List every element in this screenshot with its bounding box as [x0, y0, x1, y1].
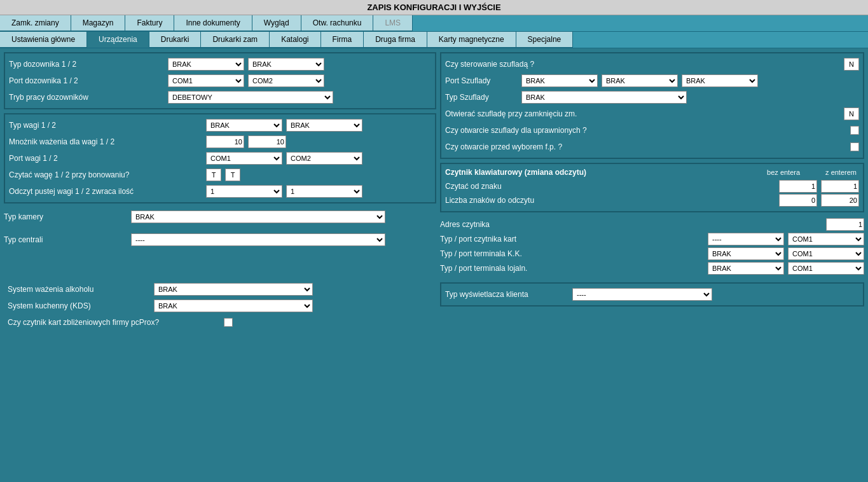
port-szuflady-1-select[interactable]: BRAK	[521, 74, 598, 87]
port-wagi-2-select[interactable]: COM2	[286, 152, 362, 165]
wyswietlacz-select[interactable]: ----	[572, 288, 712, 301]
mnoznik-wagi-row: Mnożnik ważenia dla wagi 1 / 2	[9, 135, 431, 149]
czytnik-kart-row: Czy czytnik kart zbliżeniowych firmy pcP…	[8, 315, 432, 329]
terminal-kk-label: Typ / port terminala K.K.	[440, 249, 708, 258]
tab-drukarki[interactable]: Drukarki	[149, 32, 202, 48]
czytac-od-znaku-2-input[interactable]	[821, 180, 859, 193]
czytac-od-znaku-label: Czytać od znaku	[445, 182, 502, 191]
czytnik-kart-port-row: Typ / port czytnika kart ---- COM1	[440, 233, 864, 245]
typ-szuflady-select[interactable]: BRAK	[521, 91, 687, 104]
czytac-wage-row: Czytać wagę 1 / 2 przy bonowaniu? T T	[9, 168, 431, 182]
bez-entera-label: bez entera	[767, 169, 800, 176]
typ-wagi-2-select[interactable]: BRAK	[286, 119, 362, 132]
czytac-wage-1-value: T	[206, 169, 221, 181]
tab-urzadzenia[interactable]: Urządzenia	[87, 32, 149, 48]
typ-kamery-row: Typ kamery BRAK	[4, 210, 436, 224]
otwarcie-wyboru-label: Czy otwarcie przed wyborem f.p. ?	[445, 142, 850, 151]
tab-druga-firma[interactable]: Druga firma	[364, 32, 427, 48]
czytnik-kart-typ-select[interactable]: ----	[708, 233, 784, 245]
tab-specjalne[interactable]: Specjalne	[516, 32, 574, 48]
left-panel: Typ dozownika 1 / 2 BRAK BRAK Port dozow…	[4, 52, 436, 333]
typ-wagi-label: Typ wagi 1 / 2	[9, 121, 206, 130]
terminal-kk-port-select[interactable]: COM1	[788, 247, 864, 260]
adres-czytnika-input[interactable]	[826, 218, 864, 231]
odczyt-wagi-2-select[interactable]: 1	[286, 185, 362, 198]
port-dozownika-1-select[interactable]: COM1	[168, 74, 244, 87]
otwierac-szuflada-row: Otwierać szufladę przy zamknięciu zm. N	[445, 107, 859, 121]
czytnik-kart-label: Czy czytnik kart zbliżeniowych firmy pcP…	[8, 318, 224, 327]
system-kuchenny-row: System kuchenny (KDS) BRAK	[8, 299, 432, 313]
sterowanie-szuflada-label: Czy sterowanie szufladą ?	[445, 60, 844, 69]
tab-zamk-zmiany[interactable]: Zamk. zmiany	[0, 15, 71, 31]
typ-szuflady-row: Typ Szuflady BRAK	[445, 90, 859, 104]
tab-otw-rachunku[interactable]: Otw. rachunku	[301, 15, 374, 31]
mnoznik-wagi-2-input[interactable]	[248, 135, 286, 148]
wyswietlacz-label: Typ wyświetlacza klienta	[445, 290, 572, 299]
port-wagi-row: Port wagi 1 / 2 COM1 COM2	[9, 151, 431, 165]
tryb-dozownikow-label: Tryb pracy dozowników	[9, 93, 168, 102]
mnoznik-wagi-1-input[interactable]	[206, 135, 244, 148]
tryb-dozownikow-select[interactable]: DEBETOWY	[168, 91, 333, 104]
bottom-section: System ważenia alkoholu BRAK System kuch…	[4, 279, 436, 333]
tab-row-2: Ustawienia główne Urządzenia Drukarki Dr…	[0, 32, 868, 48]
tab-karty-magnetyczne[interactable]: Karty magnetyczne	[427, 32, 516, 48]
tab-ustawienia-glowne[interactable]: Ustawienia główne	[0, 32, 87, 48]
czytnik-kart-checkbox[interactable]	[224, 318, 233, 327]
typ-kamery-label: Typ kamery	[4, 212, 131, 221]
tab-wyglad[interactable]: Wygląd	[252, 15, 301, 31]
czytnik-kart-port-select[interactable]: COM1	[788, 233, 864, 245]
liczba-znakow-1-input[interactable]	[779, 194, 817, 207]
terminal-lojaln-typ-select[interactable]: BRAK	[708, 262, 784, 275]
typ-dozownika-label: Typ dozownika 1 / 2	[9, 60, 168, 69]
tab-lms[interactable]: LMS	[373, 15, 413, 31]
terminal-lojaln-port-select[interactable]: COM1	[788, 262, 864, 275]
port-wagi-label: Port wagi 1 / 2	[9, 154, 206, 163]
port-wagi-1-select[interactable]: COM1	[206, 152, 282, 165]
otwierac-szuflada-value: N	[844, 107, 859, 120]
otwierac-szuflada-label: Otwierać szufladę przy zamknięciu zm.	[445, 109, 844, 118]
tab-magazyn[interactable]: Magazyn	[71, 15, 126, 31]
odczyt-wagi-1-select[interactable]: 1	[206, 185, 282, 198]
port-dozownika-2-select[interactable]: COM2	[248, 74, 324, 87]
typ-dozownika-2-select[interactable]: BRAK	[248, 58, 324, 71]
typ-szuflady-label: Typ Szuflady	[445, 93, 521, 102]
tab-inne-dokumenty[interactable]: Inne dokumenty	[174, 15, 252, 31]
main-content: Typ dozownika 1 / 2 BRAK BRAK Port dozow…	[0, 48, 868, 337]
czytnik-klawiaturowy-title: Czytnik klawiaturowy (zmiana odczytu)	[445, 168, 586, 177]
czytac-od-znaku-1-input[interactable]	[779, 180, 817, 193]
typ-wagi-1-select[interactable]: BRAK	[206, 119, 282, 132]
tab-faktury[interactable]: Faktury	[125, 15, 174, 31]
sterowanie-szuflada-value: N	[844, 58, 859, 71]
tab-drukarki-zam[interactable]: Drukarki zam	[201, 32, 270, 48]
title-text: ZAPIS KONFIGURACJI I WYJŚCIE	[367, 3, 500, 12]
otwarcie-wyboru-row: Czy otwarcie przed wyborem f.p. ?	[445, 140, 859, 154]
czytnik-cols-header: bez entera z enterem	[767, 169, 857, 176]
port-dozownika-row: Port dozownika 1 / 2 COM1 COM2	[9, 74, 431, 88]
wagi-section: Typ wagi 1 / 2 BRAK BRAK Mnożnik ważenia…	[4, 113, 436, 203]
czytac-od-znaku-row: Czytać od znaku	[445, 179, 859, 193]
typ-wagi-row: Typ wagi 1 / 2 BRAK BRAK	[9, 118, 431, 132]
system-kuchenny-select[interactable]: BRAK	[154, 300, 313, 312]
typ-dozownika-1-select[interactable]: BRAK	[168, 58, 244, 71]
sterowanie-szuflada-row: Czy sterowanie szufladą ? N	[445, 57, 859, 71]
wyswietlacz-row: Typ wyświetlacza klienta ----	[445, 287, 859, 301]
liczba-znakow-2-input[interactable]	[821, 194, 859, 207]
otwarcie-wyboru-checkbox[interactable]	[850, 142, 859, 151]
port-szuflady-2-select[interactable]: BRAK	[602, 74, 678, 87]
system-wazenia-select[interactable]: BRAK	[154, 283, 313, 296]
tab-firma[interactable]: Firma	[321, 32, 364, 48]
wyswietlacz-section: Typ wyświetlacza klienta ----	[440, 282, 864, 306]
typ-kamery-select[interactable]: BRAK	[131, 210, 385, 223]
czytnik-kart-port-label: Typ / port czytnika kart	[440, 235, 708, 244]
port-szuflady-3-select[interactable]: BRAK	[682, 74, 758, 87]
terminal-kk-typ-select[interactable]: BRAK	[708, 247, 784, 260]
czytac-wage-label: Czytać wagę 1 / 2 przy bonowaniu?	[9, 170, 206, 179]
centrala-row-container: Typ centrali ----	[4, 230, 436, 249]
odczyt-wagi-row: Odczyt pustej wagi 1 / 2 zwraca ilość 1 …	[9, 184, 431, 198]
tab-katalogi[interactable]: Katalogi	[270, 32, 320, 48]
otwarcie-dla-checkbox[interactable]	[850, 126, 859, 135]
typ-centrali-select[interactable]: ----	[131, 233, 385, 246]
czytnik-klawiaturowy-section: Czytnik klawiaturowy (zmiana odczytu) be…	[440, 163, 864, 212]
port-dozownika-label: Port dozownika 1 / 2	[9, 76, 168, 85]
port-szuflady-label: Port Szuflady	[445, 76, 521, 85]
